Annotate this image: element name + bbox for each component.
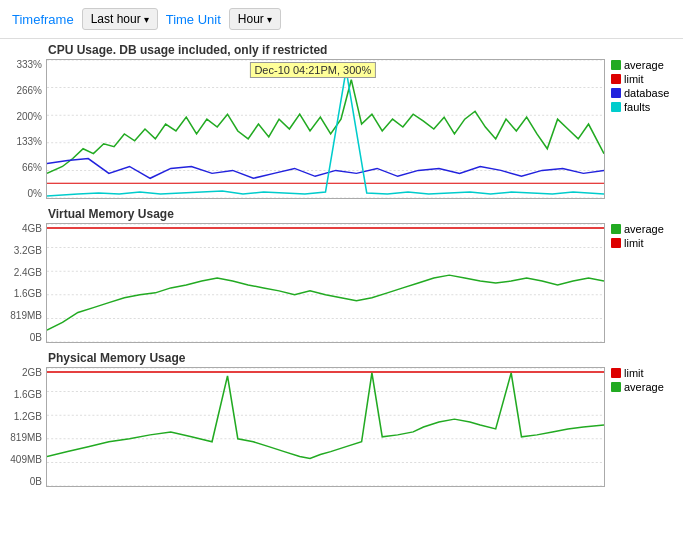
vmem-y-axis: 4GB 3.2GB 2.4GB 1.6GB 819MB 0B	[8, 223, 46, 343]
timeframe-label: Timeframe	[12, 12, 74, 27]
pmem-legend-limit: limit	[611, 367, 675, 379]
vmem-chart-wrapper: 4GB 3.2GB 2.4GB 1.6GB 819MB 0B	[8, 223, 675, 343]
pmem-legend-average: average	[611, 381, 675, 393]
pmem-chart-area	[46, 367, 605, 487]
cpu-chart-section: CPU Usage. DB usage included, only if re…	[8, 43, 675, 199]
vmem-average-dot	[611, 224, 621, 234]
last-hour-button[interactable]: Last hour ▾	[82, 8, 158, 30]
time-unit-label: Time Unit	[166, 12, 221, 27]
cpu-legend-database: database	[611, 87, 675, 99]
pmem-chart-title: Physical Memory Usage	[8, 351, 675, 365]
vmem-chart-svg	[47, 224, 604, 342]
cpu-chart-area: Dec-10 04:21PM, 300%	[46, 59, 605, 199]
cpu-legend-limit: limit	[611, 73, 675, 85]
pmem-limit-dot	[611, 368, 621, 378]
vmem-chart-section: Virtual Memory Usage 4GB 3.2GB 2.4GB 1.6…	[8, 207, 675, 343]
cpu-y-axis: 333% 266% 200% 133% 66% 0%	[8, 59, 46, 199]
cpu-chart-svg	[47, 60, 604, 198]
vmem-legend: average limit	[605, 223, 675, 343]
vmem-chart-title: Virtual Memory Usage	[8, 207, 675, 221]
vmem-limit-dot	[611, 238, 621, 248]
cpu-tooltip: Dec-10 04:21PM, 300%	[249, 62, 376, 78]
cpu-limit-dot	[611, 74, 621, 84]
hour-dropdown-arrow: ▾	[267, 14, 272, 25]
hour-button[interactable]: Hour ▾	[229, 8, 281, 30]
cpu-database-dot	[611, 88, 621, 98]
cpu-faults-dot	[611, 102, 621, 112]
cpu-chart-title: CPU Usage. DB usage included, only if re…	[8, 43, 675, 57]
vmem-legend-limit: limit	[611, 237, 675, 249]
pmem-y-axis: 2GB 1.6GB 1.2GB 819MB 409MB 0B	[8, 367, 46, 487]
cpu-average-dot	[611, 60, 621, 70]
pmem-chart-section: Physical Memory Usage 2GB 1.6GB 1.2GB 81…	[8, 351, 675, 487]
pmem-chart-svg	[47, 368, 604, 486]
cpu-legend-faults: faults	[611, 101, 675, 113]
vmem-legend-average: average	[611, 223, 675, 235]
toolbar: Timeframe Last hour ▾ Time Unit Hour ▾	[0, 0, 683, 39]
cpu-legend: average limit database faults	[605, 59, 675, 199]
last-hour-dropdown-arrow: ▾	[144, 14, 149, 25]
cpu-chart-wrapper: 333% 266% 200% 133% 66% 0% Dec-10 04:21P…	[8, 59, 675, 199]
pmem-legend: limit average	[605, 367, 675, 487]
pmem-chart-wrapper: 2GB 1.6GB 1.2GB 819MB 409MB 0B	[8, 367, 675, 487]
charts-container: CPU Usage. DB usage included, only if re…	[0, 39, 683, 499]
vmem-chart-area	[46, 223, 605, 343]
pmem-average-dot	[611, 382, 621, 392]
cpu-legend-average: average	[611, 59, 675, 71]
